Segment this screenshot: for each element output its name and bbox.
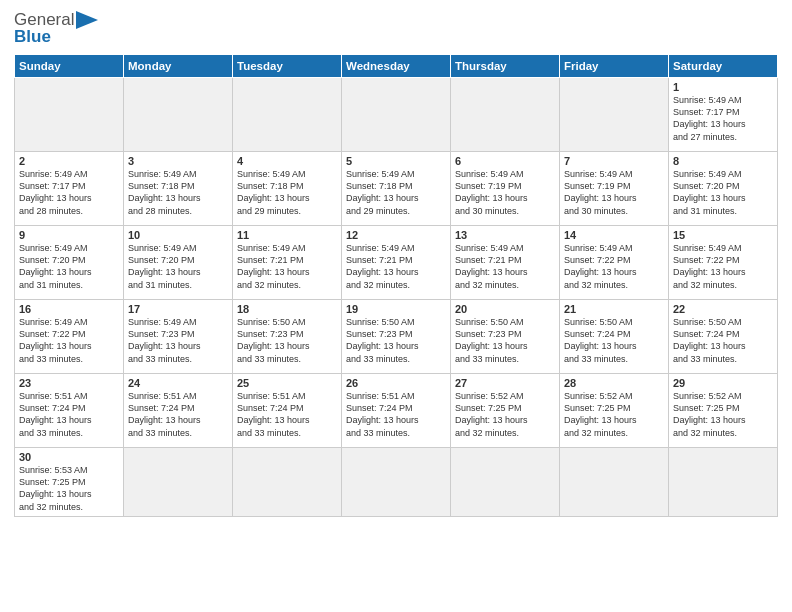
calendar-week-row: 16Sunrise: 5:49 AM Sunset: 7:22 PM Dayli… — [15, 300, 778, 374]
day-number: 23 — [19, 377, 119, 389]
day-number: 22 — [673, 303, 773, 315]
day-info-text: Sunrise: 5:49 AM Sunset: 7:22 PM Dayligh… — [564, 242, 664, 291]
calendar-day-cell — [233, 448, 342, 517]
calendar-day-cell — [233, 78, 342, 152]
day-number: 10 — [128, 229, 228, 241]
calendar-day-cell: 14Sunrise: 5:49 AM Sunset: 7:22 PM Dayli… — [560, 226, 669, 300]
day-info-text: Sunrise: 5:49 AM Sunset: 7:19 PM Dayligh… — [455, 168, 555, 217]
day-number: 28 — [564, 377, 664, 389]
calendar-header-row: SundayMondayTuesdayWednesdayThursdayFrid… — [15, 55, 778, 78]
day-number: 6 — [455, 155, 555, 167]
weekday-header-sunday: Sunday — [15, 55, 124, 78]
calendar-day-cell: 2Sunrise: 5:49 AM Sunset: 7:17 PM Daylig… — [15, 152, 124, 226]
calendar-day-cell: 8Sunrise: 5:49 AM Sunset: 7:20 PM Daylig… — [669, 152, 778, 226]
day-info-text: Sunrise: 5:52 AM Sunset: 7:25 PM Dayligh… — [455, 390, 555, 439]
day-number: 25 — [237, 377, 337, 389]
day-number: 14 — [564, 229, 664, 241]
day-info-text: Sunrise: 5:51 AM Sunset: 7:24 PM Dayligh… — [346, 390, 446, 439]
day-info-text: Sunrise: 5:51 AM Sunset: 7:24 PM Dayligh… — [237, 390, 337, 439]
weekday-header-wednesday: Wednesday — [342, 55, 451, 78]
calendar-day-cell: 27Sunrise: 5:52 AM Sunset: 7:25 PM Dayli… — [451, 374, 560, 448]
day-info-text: Sunrise: 5:50 AM Sunset: 7:23 PM Dayligh… — [237, 316, 337, 365]
calendar-day-cell: 23Sunrise: 5:51 AM Sunset: 7:24 PM Dayli… — [15, 374, 124, 448]
day-number: 21 — [564, 303, 664, 315]
day-number: 26 — [346, 377, 446, 389]
day-number: 20 — [455, 303, 555, 315]
day-info-text: Sunrise: 5:49 AM Sunset: 7:17 PM Dayligh… — [19, 168, 119, 217]
day-number: 1 — [673, 81, 773, 93]
calendar-day-cell: 12Sunrise: 5:49 AM Sunset: 7:21 PM Dayli… — [342, 226, 451, 300]
day-info-text: Sunrise: 5:49 AM Sunset: 7:22 PM Dayligh… — [19, 316, 119, 365]
day-info-text: Sunrise: 5:49 AM Sunset: 7:19 PM Dayligh… — [564, 168, 664, 217]
day-info-text: Sunrise: 5:51 AM Sunset: 7:24 PM Dayligh… — [19, 390, 119, 439]
day-number: 29 — [673, 377, 773, 389]
day-number: 15 — [673, 229, 773, 241]
day-number: 13 — [455, 229, 555, 241]
day-info-text: Sunrise: 5:50 AM Sunset: 7:23 PM Dayligh… — [455, 316, 555, 365]
day-info-text: Sunrise: 5:50 AM Sunset: 7:24 PM Dayligh… — [673, 316, 773, 365]
calendar-day-cell: 11Sunrise: 5:49 AM Sunset: 7:21 PM Dayli… — [233, 226, 342, 300]
calendar-day-cell: 1Sunrise: 5:49 AM Sunset: 7:17 PM Daylig… — [669, 78, 778, 152]
calendar-day-cell: 16Sunrise: 5:49 AM Sunset: 7:22 PM Dayli… — [15, 300, 124, 374]
calendar-day-cell — [342, 78, 451, 152]
day-number: 12 — [346, 229, 446, 241]
day-info-text: Sunrise: 5:52 AM Sunset: 7:25 PM Dayligh… — [564, 390, 664, 439]
day-info-text: Sunrise: 5:50 AM Sunset: 7:23 PM Dayligh… — [346, 316, 446, 365]
day-info-text: Sunrise: 5:49 AM Sunset: 7:21 PM Dayligh… — [455, 242, 555, 291]
weekday-header-tuesday: Tuesday — [233, 55, 342, 78]
day-number: 16 — [19, 303, 119, 315]
calendar-day-cell: 9Sunrise: 5:49 AM Sunset: 7:20 PM Daylig… — [15, 226, 124, 300]
calendar-week-row: 9Sunrise: 5:49 AM Sunset: 7:20 PM Daylig… — [15, 226, 778, 300]
calendar-day-cell — [669, 448, 778, 517]
day-info-text: Sunrise: 5:49 AM Sunset: 7:22 PM Dayligh… — [673, 242, 773, 291]
calendar-day-cell: 19Sunrise: 5:50 AM Sunset: 7:23 PM Dayli… — [342, 300, 451, 374]
day-info-text: Sunrise: 5:51 AM Sunset: 7:24 PM Dayligh… — [128, 390, 228, 439]
day-info-text: Sunrise: 5:49 AM Sunset: 7:23 PM Dayligh… — [128, 316, 228, 365]
day-info-text: Sunrise: 5:49 AM Sunset: 7:20 PM Dayligh… — [128, 242, 228, 291]
weekday-header-monday: Monday — [124, 55, 233, 78]
calendar-day-cell: 30Sunrise: 5:53 AM Sunset: 7:25 PM Dayli… — [15, 448, 124, 517]
weekday-header-friday: Friday — [560, 55, 669, 78]
day-info-text: Sunrise: 5:49 AM Sunset: 7:21 PM Dayligh… — [346, 242, 446, 291]
day-number: 19 — [346, 303, 446, 315]
calendar-day-cell — [451, 78, 560, 152]
day-info-text: Sunrise: 5:49 AM Sunset: 7:18 PM Dayligh… — [346, 168, 446, 217]
calendar-week-row: 1Sunrise: 5:49 AM Sunset: 7:17 PM Daylig… — [15, 78, 778, 152]
calendar-week-row: 2Sunrise: 5:49 AM Sunset: 7:17 PM Daylig… — [15, 152, 778, 226]
calendar-day-cell: 4Sunrise: 5:49 AM Sunset: 7:18 PM Daylig… — [233, 152, 342, 226]
calendar-day-cell: 24Sunrise: 5:51 AM Sunset: 7:24 PM Dayli… — [124, 374, 233, 448]
calendar-day-cell — [124, 448, 233, 517]
calendar-day-cell: 6Sunrise: 5:49 AM Sunset: 7:19 PM Daylig… — [451, 152, 560, 226]
weekday-header-thursday: Thursday — [451, 55, 560, 78]
day-info-text: Sunrise: 5:49 AM Sunset: 7:18 PM Dayligh… — [237, 168, 337, 217]
day-number: 11 — [237, 229, 337, 241]
day-info-text: Sunrise: 5:49 AM Sunset: 7:20 PM Dayligh… — [19, 242, 119, 291]
logo: General Blue — [14, 10, 98, 46]
day-number: 18 — [237, 303, 337, 315]
day-info-text: Sunrise: 5:49 AM Sunset: 7:21 PM Dayligh… — [237, 242, 337, 291]
day-info-text: Sunrise: 5:49 AM Sunset: 7:20 PM Dayligh… — [673, 168, 773, 217]
page-header: General Blue — [14, 10, 778, 46]
day-info-text: Sunrise: 5:52 AM Sunset: 7:25 PM Dayligh… — [673, 390, 773, 439]
calendar-day-cell — [560, 78, 669, 152]
day-number: 3 — [128, 155, 228, 167]
day-number: 9 — [19, 229, 119, 241]
calendar-day-cell: 15Sunrise: 5:49 AM Sunset: 7:22 PM Dayli… — [669, 226, 778, 300]
weekday-header-saturday: Saturday — [669, 55, 778, 78]
day-number: 8 — [673, 155, 773, 167]
calendar-day-cell: 13Sunrise: 5:49 AM Sunset: 7:21 PM Dayli… — [451, 226, 560, 300]
day-number: 17 — [128, 303, 228, 315]
day-info-text: Sunrise: 5:50 AM Sunset: 7:24 PM Dayligh… — [564, 316, 664, 365]
calendar-week-row: 30Sunrise: 5:53 AM Sunset: 7:25 PM Dayli… — [15, 448, 778, 517]
logo-flag-icon — [76, 11, 98, 29]
calendar-day-cell: 25Sunrise: 5:51 AM Sunset: 7:24 PM Dayli… — [233, 374, 342, 448]
calendar-day-cell: 22Sunrise: 5:50 AM Sunset: 7:24 PM Dayli… — [669, 300, 778, 374]
calendar-day-cell: 5Sunrise: 5:49 AM Sunset: 7:18 PM Daylig… — [342, 152, 451, 226]
calendar-day-cell — [15, 78, 124, 152]
calendar-day-cell: 21Sunrise: 5:50 AM Sunset: 7:24 PM Dayli… — [560, 300, 669, 374]
day-number: 24 — [128, 377, 228, 389]
svg-marker-0 — [76, 11, 98, 29]
calendar-day-cell — [342, 448, 451, 517]
calendar-day-cell — [560, 448, 669, 517]
calendar-day-cell: 7Sunrise: 5:49 AM Sunset: 7:19 PM Daylig… — [560, 152, 669, 226]
